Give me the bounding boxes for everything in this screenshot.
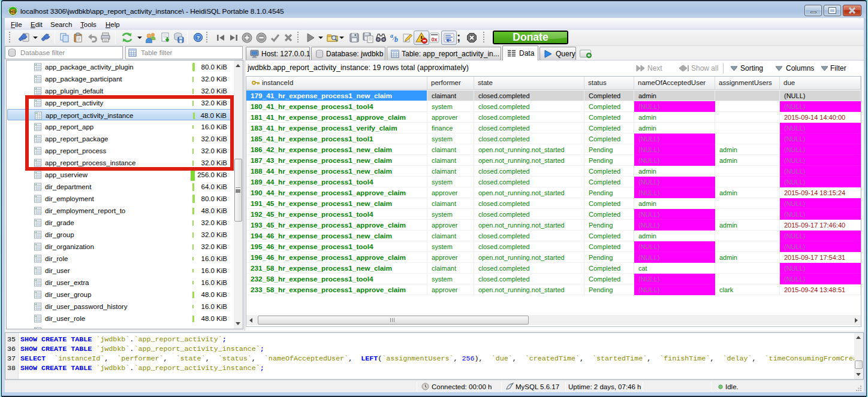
svg-text:a: a [390, 32, 393, 39]
svg-text:?: ? [197, 35, 200, 41]
svg-text:HS: HS [10, 10, 16, 14]
svg-text:0x: 0x [431, 37, 437, 43]
